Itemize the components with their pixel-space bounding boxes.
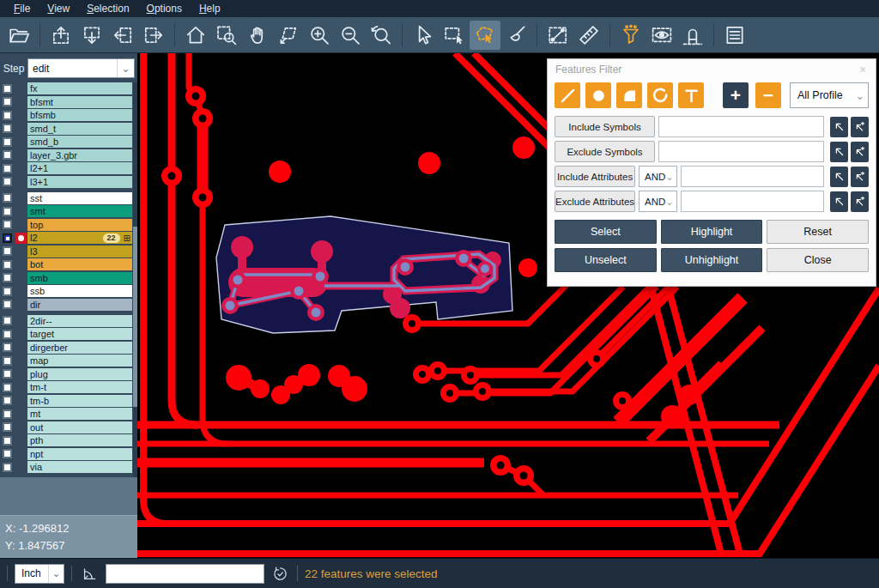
layer-checkbox-pth[interactable] <box>3 436 12 446</box>
positive-mode-button[interactable]: + <box>723 82 749 108</box>
zoom-window-icon[interactable] <box>211 21 242 50</box>
layer-name-layer_3.gbr[interactable]: layer_3.gbr <box>27 149 132 161</box>
sync-check-icon[interactable] <box>270 566 290 582</box>
rect-select-icon[interactable] <box>439 21 470 50</box>
features-filter-icon[interactable] <box>615 21 646 50</box>
layer-name-bfsmt[interactable]: bfsmt <box>27 96 132 108</box>
include-symbols-pick-add-button[interactable] <box>851 117 869 137</box>
send-up-icon[interactable] <box>45 21 76 50</box>
exclude-attributes-input[interactable] <box>681 191 824 212</box>
surface-feature-button[interactable] <box>616 82 642 108</box>
layer-checkbox-out[interactable] <box>3 422 12 432</box>
layer-name-via[interactable]: via <box>27 461 132 473</box>
measure-line-icon[interactable] <box>543 21 573 50</box>
units-select[interactable]: Inch ⌄ <box>15 564 64 584</box>
polygon-select-icon[interactable] <box>470 21 500 50</box>
layer-checkbox-smt[interactable] <box>3 207 12 216</box>
layer-name-out[interactable]: out <box>27 421 132 433</box>
layer-name-smt[interactable]: smt <box>27 205 132 217</box>
layer-name-l3[interactable]: l3 <box>27 246 132 258</box>
menu-view[interactable]: View <box>39 0 78 17</box>
layer-name-map[interactable]: map <box>27 355 132 367</box>
include-attributes-pick-add-button[interactable] <box>851 167 869 187</box>
reset-button[interactable]: Reset <box>767 220 869 244</box>
active-layer-indicator[interactable] <box>15 232 27 244</box>
layer-name-smd_b[interactable]: smd_b <box>27 136 132 148</box>
include-symbols-input[interactable] <box>658 116 824 137</box>
layer-name-bot[interactable]: bot <box>27 258 132 270</box>
zoom-in-icon[interactable] <box>304 21 335 50</box>
layer-checkbox-top[interactable] <box>3 220 12 229</box>
include-symbols-pick-button[interactable] <box>830 117 848 137</box>
command-input[interactable] <box>106 564 264 584</box>
close-button[interactable]: Close <box>767 248 869 272</box>
close-icon[interactable]: × <box>855 63 870 76</box>
highlight-button[interactable]: Highlight <box>661 220 763 244</box>
layer-name-ssb[interactable]: ssb <box>27 285 132 297</box>
send-right-icon[interactable] <box>138 21 169 50</box>
layer-checkbox-tm-t[interactable] <box>3 383 12 392</box>
layer-name-plug[interactable]: plug <box>27 368 132 380</box>
layer-name-top[interactable]: top <box>27 219 132 231</box>
layer-name-pth[interactable]: pth <box>27 434 132 446</box>
layer-checkbox-layer_3.gbr[interactable] <box>3 150 12 160</box>
home-view-icon[interactable] <box>180 21 211 50</box>
layer-checkbox-smb[interactable] <box>3 273 12 282</box>
exclude-symbols-pick-add-button[interactable] <box>851 142 869 162</box>
select-button[interactable]: Select <box>555 220 657 244</box>
layer-name-fx[interactable]: fx <box>27 82 132 94</box>
zoom-previous-icon[interactable] <box>366 21 397 50</box>
step-select[interactable]: edit ⌄ <box>27 58 135 78</box>
layer-name-tm-t[interactable]: tm-t <box>27 381 132 393</box>
layer-checkbox-bot[interactable] <box>3 260 12 270</box>
layer-checkbox-dirgerber[interactable] <box>3 342 12 352</box>
layer-name-l3+1[interactable]: l3+1 <box>27 176 132 188</box>
pan-view-icon[interactable] <box>273 21 304 50</box>
layer-checkbox-via[interactable] <box>3 463 12 472</box>
exclude-attributes-pick-button[interactable] <box>830 191 848 212</box>
open-file-icon[interactable] <box>3 21 34 50</box>
layer-name-bfsmb[interactable]: bfsmb <box>27 109 132 121</box>
exclude-attributes-and-select[interactable]: AND⌄ <box>639 191 677 212</box>
pad-feature-button[interactable] <box>585 82 611 108</box>
menu-help[interactable]: Help <box>191 0 229 17</box>
menu-selection[interactable]: Selection <box>78 0 137 17</box>
menu-file[interactable]: File <box>5 0 39 17</box>
send-down-icon[interactable] <box>76 21 107 50</box>
layer-name-l2+1[interactable]: l2+1 <box>27 162 132 174</box>
layer-checkbox-tm-b[interactable] <box>3 396 12 405</box>
layer-name-smd_t[interactable]: smd_t <box>27 123 132 135</box>
layer-checkbox-l2[interactable] <box>3 233 12 243</box>
layer-name-l2[interactable]: l222⊞ <box>27 232 132 244</box>
send-left-icon[interactable] <box>107 21 138 50</box>
unhighlight-button[interactable]: Unhighlight <box>661 248 763 272</box>
layer-name-sst[interactable]: sst <box>27 192 132 204</box>
clear-brush-icon[interactable] <box>500 21 531 50</box>
exclude-attributes-pick-add-button[interactable] <box>851 191 869 212</box>
include-attributes-button[interactable]: Include Attributes <box>555 166 635 187</box>
layer-name-dir[interactable]: dir <box>27 299 132 311</box>
layer-name-smb[interactable]: smb <box>27 272 132 284</box>
layer-checkbox-2dir--[interactable] <box>3 316 12 325</box>
layer-checkbox-plug[interactable] <box>3 369 12 379</box>
grid-icon[interactable]: ⊞ <box>124 233 130 243</box>
profile-select[interactable]: All Profile⌄ <box>790 82 869 108</box>
arc-feature-button[interactable] <box>647 82 673 108</box>
layer-checkbox-dir[interactable] <box>3 300 12 309</box>
pan-hand-icon[interactable] <box>242 21 273 50</box>
include-attributes-pick-button[interactable] <box>830 167 848 187</box>
include-symbols-button[interactable]: Include Symbols <box>555 116 655 137</box>
include-attributes-and-select[interactable]: AND⌄ <box>639 166 677 187</box>
menu-options[interactable]: Options <box>138 0 191 17</box>
layer-name-dirgerber[interactable]: dirgerber <box>27 342 132 354</box>
select-cursor-icon[interactable] <box>408 21 439 50</box>
layer-checkbox-fx[interactable] <box>3 84 12 94</box>
layer-checkbox-sst[interactable] <box>3 193 12 203</box>
measure-ruler-icon[interactable] <box>573 21 604 50</box>
snap-magnet-icon[interactable] <box>677 21 708 50</box>
layer-checkbox-bfsmt[interactable] <box>3 97 12 106</box>
layer-name-npt[interactable]: npt <box>27 448 132 460</box>
layer-checkbox-bfsmb[interactable] <box>3 111 12 120</box>
layer-checkbox-smd_t[interactable] <box>3 124 12 133</box>
layer-name-2dir--[interactable]: 2dir-- <box>27 315 132 327</box>
